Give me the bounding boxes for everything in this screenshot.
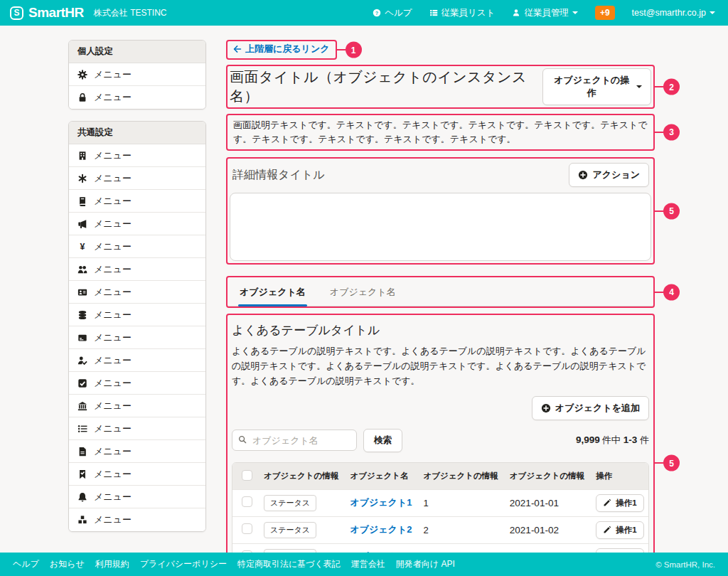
annotation-box-back-link: 上階層に戻るリンク 1 — [226, 40, 337, 60]
sidebar-item-menu[interactable]: メニュー — [69, 463, 205, 486]
sidebar-item-menu[interactable]: メニュー — [69, 63, 205, 86]
annotation-box-title: 画面タイトル（オブジェクトのインスタンス名） オブジェクトの操作 2 — [226, 65, 655, 109]
search-row: 検索 9,999件中1-3 件 — [232, 429, 649, 452]
sidebar-item-menu[interactable]: メニュー — [69, 167, 205, 190]
footer-link-privacy[interactable]: プライバシーポリシー — [140, 558, 227, 570]
sidebar-item-label: メニュー — [94, 68, 132, 81]
bookmark-check-icon — [77, 469, 87, 479]
sidebar-item-menu[interactable]: メニュー — [69, 304, 205, 326]
sidebar-section-title: 共通設定 — [69, 122, 205, 144]
copyright: © SmartHR, Inc. — [655, 560, 715, 569]
row-checkbox[interactable] — [242, 523, 252, 534]
brand[interactable]: S SmartHR — [10, 5, 84, 21]
column-header: 操作 — [590, 463, 649, 490]
check-square-icon — [77, 378, 87, 388]
nav-employee-admin[interactable]: 従業員管理 — [512, 7, 578, 19]
annotation-badge-4: 4 — [663, 284, 680, 300]
table-section-title: よくあるテーブルタイトル — [232, 322, 649, 338]
column-header: オブジェクトの情報 — [417, 463, 503, 490]
action-button[interactable]: アクション — [569, 163, 649, 187]
sidebar-item-menu[interactable]: メニュー — [69, 508, 205, 531]
sidebar-item-menu[interactable]: メニュー — [69, 417, 205, 440]
edit-button[interactable]: 操作1 — [596, 521, 643, 539]
add-row: オブジェクトを追加 — [232, 396, 649, 420]
sidebar: 個人設定 メニュー メニュー 共通設定 メニュー メニュー メニュー メニュー … — [68, 40, 206, 543]
sidebar-item-menu[interactable]: メニュー — [69, 349, 205, 372]
sidebar-item-label: メニュー — [94, 240, 132, 253]
sidebar-item-menu[interactable]: メニュー — [69, 86, 205, 109]
table-section-description: よくあるテーブルの説明テキストです。よくあるテーブルの説明テキストです。よくある… — [232, 344, 649, 388]
select-all-checkbox[interactable] — [242, 470, 252, 481]
sidebar-item-menu[interactable]: メニュー — [69, 395, 205, 417]
result-count: 9,999件中1-3 件 — [576, 434, 649, 447]
account-menu[interactable]: test@smarthr.co.jp — [632, 8, 715, 18]
nav-employee-list[interactable]: 従業員リスト — [429, 7, 496, 19]
sidebar-item-label: メニュー — [94, 422, 132, 435]
edit-button[interactable]: 操作1 — [596, 494, 643, 512]
object-action-label: オブジェクトの操作 — [552, 74, 633, 100]
megaphone-icon — [77, 219, 87, 229]
nav-employee-admin-label: 従業員管理 — [524, 7, 569, 19]
sidebar-item-menu[interactable]: メニュー — [69, 144, 205, 167]
sidebar-item-label: メニュー — [94, 400, 132, 412]
file-text-icon — [77, 447, 87, 457]
sidebar-item-menu[interactable]: メニュー — [69, 281, 205, 304]
result-total: 9,999 — [576, 434, 600, 445]
footer-link-help[interactable]: ヘルプ — [13, 558, 39, 570]
object-action-dropdown-button[interactable]: オブジェクトの操作 — [542, 68, 652, 105]
sidebar-item-label: メニュー — [94, 354, 132, 367]
sidebar-item-label: メニュー — [94, 91, 132, 104]
date-cell: 2021-01-02 — [504, 516, 590, 543]
sidebar-item-menu[interactable]: メニュー — [69, 326, 205, 349]
users-icon — [77, 265, 87, 274]
sidebar-item-menu[interactable]: メニュー — [69, 258, 205, 281]
row-checkbox[interactable] — [242, 496, 252, 507]
notification-badge[interactable]: +9 — [595, 6, 615, 20]
sidebar-item-menu[interactable]: メニュー — [69, 372, 205, 395]
date-cell: 2021-01-01 — [504, 489, 590, 516]
sidebar-item-menu[interactable]: メニュー — [69, 213, 205, 235]
tab-object-1[interactable]: オブジェクト名 — [238, 277, 307, 306]
annotation-box-table: よくあるテーブルタイトル よくあるテーブルの説明テキストです。よくあるテーブルの… — [226, 314, 655, 576]
info-cell: 1 — [417, 489, 503, 516]
footer-link-developer-api[interactable]: 開発者向け API — [396, 558, 455, 570]
search-button[interactable]: 検索 — [363, 429, 402, 452]
status-badge: ステータス — [264, 522, 316, 538]
footer-link-news[interactable]: お知らせ — [50, 558, 85, 570]
edit-button-label: 操作1 — [616, 498, 636, 508]
object-link[interactable]: オブジェクト2 — [350, 524, 412, 535]
footer-link-company[interactable]: 運営会社 — [351, 558, 385, 570]
sidebar-item-label: メニュー — [94, 309, 132, 321]
sidebar-item-menu[interactable]: ¥メニュー — [69, 235, 205, 258]
chevron-down-icon — [636, 85, 642, 91]
back-link-label: 上階層に戻るリンク — [245, 43, 330, 55]
sidebar-item-menu[interactable]: メニュー — [69, 440, 205, 463]
sidebar-item-label: メニュー — [94, 172, 132, 185]
back-link[interactable]: 上階層に戻るリンク — [233, 43, 330, 55]
bell-icon — [77, 492, 87, 502]
nav-help[interactable]: ? ヘルプ — [373, 7, 412, 19]
sidebar-item-label: メニュー — [94, 149, 132, 162]
question-circle-icon: ? — [373, 9, 381, 17]
annotation-badge-3: 3 — [663, 124, 680, 141]
sidebar-item-label: メニュー — [94, 218, 132, 230]
sidebar-item-menu[interactable]: メニュー — [69, 486, 205, 508]
footer-link-terms[interactable]: 利用規約 — [95, 558, 129, 570]
status-badge: ステータス — [264, 495, 316, 511]
object-link[interactable]: オブジェクト1 — [350, 497, 412, 508]
sidebar-item-label: メニュー — [94, 286, 132, 299]
footer-link-commerce-law[interactable]: 特定商取引法に基づく表記 — [237, 558, 341, 570]
detail-panel-title: 詳細情報タイトル — [232, 168, 325, 183]
detail-panel-body — [230, 193, 651, 261]
plus-circle-icon — [578, 170, 588, 180]
sidebar-item-menu[interactable]: メニュー — [69, 190, 205, 213]
add-object-button[interactable]: オブジェクトを追加 — [532, 396, 649, 420]
annotation-badge-5: 5 — [663, 455, 680, 471]
sidebar-item-label: メニュー — [94, 195, 132, 208]
id-card-icon — [77, 287, 87, 297]
tab-object-2[interactable]: オブジェクト名 — [328, 277, 397, 306]
search-input[interactable] — [232, 430, 357, 451]
footer: ヘルプ お知らせ 利用規約 プライバシーポリシー 特定商取引法に基づく表記 運営… — [0, 553, 728, 576]
database-icon — [77, 310, 87, 320]
sidebar-item-label: メニュー — [94, 263, 132, 276]
